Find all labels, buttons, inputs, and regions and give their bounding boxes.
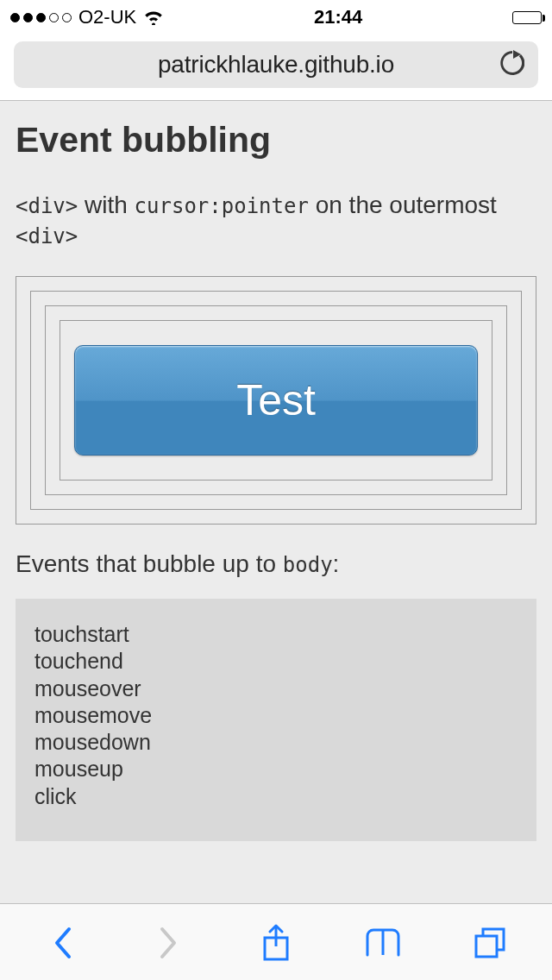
event-line: touchend bbox=[34, 648, 518, 675]
back-button[interactable] bbox=[32, 926, 92, 960]
bookmarks-button[interactable] bbox=[353, 927, 413, 958]
wifi-icon bbox=[143, 9, 164, 25]
code-snippet: <div> bbox=[16, 224, 78, 248]
events-label: Events that bubble up to body: bbox=[16, 550, 536, 578]
nested-box[interactable]: Test bbox=[30, 291, 522, 510]
share-button[interactable] bbox=[246, 924, 306, 962]
event-line: mouseover bbox=[34, 675, 518, 702]
url-domain: patrickhlauke.github.io bbox=[158, 51, 394, 79]
page-subheading: <div> with cursor:pointer on the outermo… bbox=[16, 190, 536, 250]
event-line: click bbox=[34, 783, 518, 810]
test-button[interactable]: Test bbox=[74, 345, 478, 455]
battery-icon bbox=[512, 11, 542, 24]
nested-box-inner[interactable]: Test bbox=[60, 320, 492, 481]
event-line: touchstart bbox=[34, 621, 518, 648]
webpage-content: Event bubbling <div> with cursor:pointer… bbox=[0, 101, 552, 903]
event-line: mouseup bbox=[34, 756, 518, 782]
page-title: Event bubbling bbox=[16, 120, 536, 160]
carrier-label: O2-UK bbox=[78, 6, 136, 28]
reload-icon[interactable] bbox=[500, 50, 524, 79]
clock: 21:44 bbox=[314, 6, 362, 28]
forward-button bbox=[139, 926, 199, 960]
svg-rect-3 bbox=[476, 936, 497, 957]
code-snippet: cursor:pointer bbox=[135, 194, 309, 218]
event-line: mousemove bbox=[34, 702, 518, 729]
status-right bbox=[512, 11, 542, 24]
events-log: touchstart touchend mouseover mousemove … bbox=[16, 599, 536, 841]
browser-toolbar bbox=[0, 903, 552, 980]
tabs-button[interactable] bbox=[460, 926, 520, 960]
nested-box[interactable]: Test bbox=[45, 305, 507, 495]
code-snippet: body bbox=[283, 553, 333, 577]
status-left: O2-UK bbox=[10, 6, 164, 28]
signal-strength-icon bbox=[10, 13, 72, 22]
url-bar-container: patrickhlauke.github.io bbox=[0, 35, 552, 101]
nested-box-outer[interactable]: Test bbox=[16, 276, 536, 525]
status-bar: O2-UK 21:44 bbox=[0, 0, 552, 35]
event-line: mousedown bbox=[34, 729, 518, 756]
url-bar[interactable]: patrickhlauke.github.io bbox=[14, 41, 538, 88]
code-snippet: <div> bbox=[16, 194, 78, 218]
